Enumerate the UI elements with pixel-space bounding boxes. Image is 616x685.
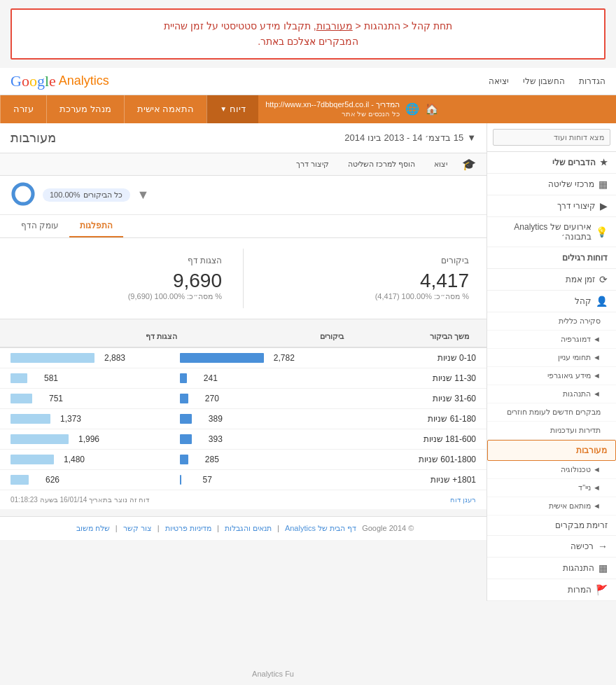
footer-link-home[interactable]: דף הבית של Analytics bbox=[285, 524, 356, 532]
sidebar-item-mobile[interactable]: ◄ ניי"ד bbox=[487, 479, 616, 497]
sidebar-item-interests[interactable]: ◄ תחומי עניין bbox=[487, 349, 616, 367]
page-title: מעורבות bbox=[10, 130, 56, 146]
footer-link-terms[interactable]: תנאים והגבלות bbox=[225, 524, 272, 532]
help-icon: 🎓 bbox=[462, 158, 476, 171]
metric-visits-value: 4,417 bbox=[265, 270, 469, 292]
metric-pageviews-value: 9,690 bbox=[18, 270, 222, 292]
metric-pageviews: הצגות דף 9,690 % מסה״כ: 100.00% (9,690) bbox=[10, 249, 229, 308]
tab-report[interactable]: דיוח ▼ bbox=[206, 95, 258, 123]
sidebar-standard-reports: דוחות רגילים bbox=[487, 247, 616, 269]
sidebar-item-visitor-flow[interactable]: זרימת מבקרים bbox=[487, 516, 616, 536]
arrow-left-icon: ◄ bbox=[591, 335, 601, 343]
visits-bar-1 bbox=[180, 373, 187, 383]
shortcut-btn[interactable]: קיצור דרך bbox=[292, 158, 333, 171]
donut-chart bbox=[10, 181, 36, 209]
refresh-link[interactable]: רענן דוח bbox=[450, 496, 476, 504]
nav-account[interactable]: החשבון שלי bbox=[523, 76, 565, 86]
sidebar-item-overview[interactable]: סקירה כללית bbox=[487, 312, 616, 331]
segment-bar: ▼ כל הביקורים 100.00% bbox=[0, 176, 486, 215]
tab-admin[interactable]: מנהל מערכת bbox=[46, 95, 124, 123]
table-row: 31-60 שניות 270 751 bbox=[0, 389, 486, 409]
sidebar: ★ הדברים שלי ▦ מרכזי שליטה ▶ קיצורי דרך … bbox=[486, 123, 616, 601]
analytics-label: Analytics bbox=[59, 74, 109, 88]
arrow-custom-icon: ◄ bbox=[591, 501, 601, 510]
arrow-interests-icon: ◄ bbox=[591, 353, 601, 361]
row-pages-1: 581 bbox=[10, 373, 180, 383]
alert-box: תחת קהל < התנהגות < מעורבות, תקבלו מידע … bbox=[10, 8, 606, 60]
behavior-icon: ▦ bbox=[598, 562, 608, 574]
top-nav-left: הגדרות החשבון שלי יציאה bbox=[489, 76, 606, 86]
sidebar-item-shortcuts[interactable]: ▶ קיצורי דרך bbox=[487, 195, 616, 217]
footer-copyright: © Google 2014 bbox=[362, 524, 414, 532]
table-row: 11-30 שניות 241 581 bbox=[0, 368, 486, 389]
sidebar-search-container bbox=[487, 123, 616, 152]
th-pages: הצגות דף bbox=[10, 332, 177, 341]
acquisition-icon: → bbox=[598, 541, 608, 552]
sidebar-item-behavior[interactable]: ▦ התנהגות bbox=[487, 558, 616, 579]
search-input[interactable] bbox=[493, 129, 610, 146]
sidebar-item-audience[interactable]: 👤 קהל bbox=[487, 291, 616, 312]
sidebar-item-conversions[interactable]: 🚩 המרות bbox=[487, 579, 616, 601]
row-label-6: 1801+ שניות bbox=[349, 475, 476, 485]
row-label-0: 0-10 שניות bbox=[349, 353, 476, 363]
date-range[interactable]: ▼ 15 בדצמ׳ 14 - 2013 בינו 2014 bbox=[344, 132, 476, 143]
row-label-2: 31-60 שניות bbox=[349, 394, 476, 403]
date-arrow-icon: ▼ bbox=[467, 132, 476, 143]
sidebar-item-realtime[interactable]: ⟳ זמן אמת bbox=[487, 269, 616, 291]
row-label-4: 181-600 שניות bbox=[349, 434, 476, 444]
visits-bar-5 bbox=[180, 455, 188, 464]
footer-link-feedback[interactable]: שלח משוב bbox=[76, 524, 110, 532]
sidebar-item-acquisition[interactable]: → רכישה bbox=[487, 536, 616, 558]
row-visits-0: 2,782 bbox=[180, 353, 349, 363]
row-visits-3: 389 bbox=[180, 414, 349, 424]
row-visits-5: 285 bbox=[180, 455, 349, 464]
add-to-dashboard-btn[interactable]: הוסף למרכז השליטה bbox=[344, 158, 419, 171]
tab-page-depth[interactable]: עומק הדף bbox=[10, 215, 69, 237]
sidebar-item-engagement[interactable]: מעורבות bbox=[487, 440, 616, 461]
row-pages-3: 1,373 bbox=[10, 414, 180, 424]
segment-pill: כל הביקורים 100.00% bbox=[43, 188, 130, 202]
people-icon: 👤 bbox=[596, 296, 608, 307]
sidebar-item-technology[interactable]: ◄ טכנולוגיה bbox=[487, 461, 616, 479]
footer-link-contact[interactable]: צור קשר bbox=[123, 524, 152, 532]
date-text: 15 בדצמ׳ 14 - 2013 בינו 2014 bbox=[344, 132, 463, 143]
star-icon: ★ bbox=[600, 158, 608, 167]
row-label-1: 11-30 שניות bbox=[349, 373, 476, 383]
globe-icon[interactable]: 🌐 bbox=[405, 102, 419, 116]
row-visits-1: 241 bbox=[180, 373, 349, 383]
account-info: 🏠 🌐 המדריך - http://www.xn--7dbbqer5d.co… bbox=[265, 99, 439, 118]
segment-expand-btn[interactable]: ▼ bbox=[137, 188, 150, 202]
sidebar-item-intelligence[interactable]: 💡 אירועים של Analytics בתבונה׳ bbox=[487, 217, 616, 247]
report-date: דוח זה נוצר בתאריך 16/01/14 בשעה 01:18:2… bbox=[10, 496, 149, 504]
sidebar-item-demographics[interactable]: ◄ דמוגרפיה bbox=[487, 331, 616, 349]
tabs-bar: התפלגות עומק הדף bbox=[0, 215, 486, 238]
tab-distribution[interactable]: התפלגות bbox=[69, 215, 123, 237]
account-sub: כל הנכסים של אתר bbox=[265, 109, 400, 118]
tab-help[interactable]: עזרה bbox=[0, 95, 46, 123]
sidebar-item-custom[interactable]: ◄ מותאם אישית bbox=[487, 497, 616, 516]
alert-link[interactable]: מעורבות bbox=[316, 20, 353, 32]
sidebar-item-behavior-group[interactable]: ◄ התנהגות bbox=[487, 385, 616, 403]
nav-settings[interactable]: הגדרות bbox=[579, 76, 606, 86]
home-icon[interactable]: 🏠 bbox=[425, 102, 439, 116]
logo: Analytics Google bbox=[10, 72, 111, 90]
segment-label: כל הביקורים bbox=[83, 191, 122, 200]
content-header: ▼ 15 בדצמ׳ 14 - 2013 בינו 2014 מעורבות bbox=[0, 123, 486, 153]
top-nav: הגדרות החשבון שלי יציאה Analytics Google bbox=[0, 68, 616, 95]
pages-bar-3 bbox=[10, 414, 50, 424]
sidebar-item-frequency[interactable]: תדירות ועדכניות bbox=[487, 422, 616, 440]
tab-personal[interactable]: התאמה אישית bbox=[124, 95, 207, 123]
export-btn[interactable]: יצוא bbox=[430, 158, 451, 171]
metric-visits-label: ביקורים bbox=[265, 256, 469, 265]
sidebar-item-control-centers[interactable]: ▦ מרכזי שליטה bbox=[487, 174, 616, 195]
metric-visits: ביקורים 4,417 % מסה״כ: 100.00% (4,417) bbox=[258, 249, 476, 308]
sidebar-item-geo[interactable]: ◄ מידע גיאוגרפי bbox=[487, 367, 616, 385]
sidebar-item-new-returning[interactable]: מבקרים חדשים לעומת חוזרים bbox=[487, 403, 616, 422]
main-layout: ★ הדברים שלי ▦ מרכזי שליטה ▶ קיצורי דרך … bbox=[0, 123, 616, 601]
bulb-icon: 💡 bbox=[596, 226, 608, 237]
nav-logout[interactable]: יציאה bbox=[489, 76, 509, 86]
row-label-5: 601-1800 שניות bbox=[349, 455, 476, 464]
footer-link-privacy[interactable]: מדיניות פרטיות bbox=[165, 524, 211, 532]
visits-bar-4 bbox=[180, 434, 192, 444]
realtime-icon: ⟳ bbox=[599, 274, 608, 285]
